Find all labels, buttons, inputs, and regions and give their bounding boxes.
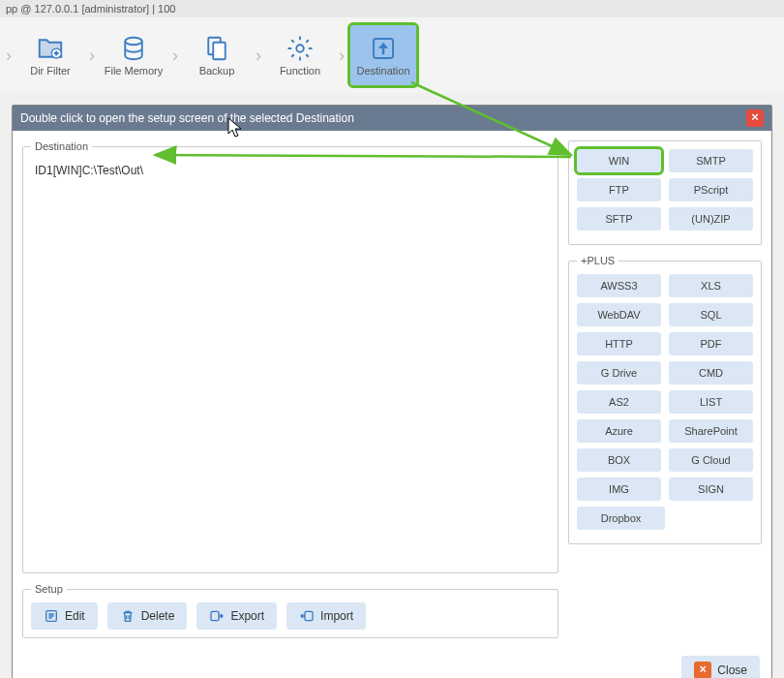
type-button-win[interactable]: WIN <box>577 149 661 172</box>
toolbar-destination[interactable]: Destination <box>350 25 416 85</box>
edit-button[interactable]: Edit <box>31 602 98 630</box>
export-button[interactable]: Export <box>196 602 277 630</box>
delete-button[interactable]: Delete <box>107 602 188 630</box>
edit-icon <box>44 608 59 624</box>
type-button-sign[interactable]: SIGN <box>669 478 753 501</box>
type-button-ftp[interactable]: FTP <box>577 178 661 201</box>
folder-plus-icon <box>36 34 65 63</box>
type-button-img[interactable]: IMG <box>577 478 661 501</box>
type-button-g-cloud[interactable]: G Cloud <box>669 448 753 472</box>
button-label: Import <box>320 609 353 623</box>
toolbar-label: Backup <box>199 65 235 77</box>
type-button-webdav[interactable]: WebDAV <box>577 303 661 326</box>
upload-icon <box>369 34 398 63</box>
type-button-g-drive[interactable]: G Drive <box>577 361 661 385</box>
destination-fieldset: Destination ID1[WIN]C:\Test\Out\ <box>22 140 558 573</box>
type-button-smtp[interactable]: SMTP <box>669 149 753 172</box>
type-button-list[interactable]: LIST <box>669 390 753 414</box>
type-button-xls[interactable]: XLS <box>669 274 753 297</box>
type-button-sharepoint[interactable]: SharePoint <box>669 419 753 443</box>
toolbar-file-memory[interactable]: File Memory <box>101 25 166 85</box>
export-icon <box>209 608 225 624</box>
toolbar-function[interactable]: Function <box>267 25 333 85</box>
types-basic-fieldset: WINSMTPFTPPScriptSFTP(UN)ZIP <box>568 140 762 245</box>
close-icon: × <box>694 662 711 678</box>
button-label: Export <box>230 609 264 623</box>
type-button-sftp[interactable]: SFTP <box>577 207 661 231</box>
type-button-azure[interactable]: Azure <box>577 419 661 443</box>
button-label: Edit <box>65 609 85 623</box>
import-button[interactable]: Import <box>286 602 366 630</box>
type-button-pscript[interactable]: PScript <box>669 178 753 201</box>
type-button-sql[interactable]: SQL <box>669 303 753 326</box>
destination-item[interactable]: ID1[WIN]C:\Test\Out\ <box>35 164 546 177</box>
dialog-title-text: Double click to open the setup screen of… <box>20 111 354 125</box>
chevron-icon: › <box>170 46 180 66</box>
type-button-cmd[interactable]: CMD <box>669 361 753 385</box>
setup-legend: Setup <box>31 583 67 595</box>
button-label: Delete <box>141 609 175 623</box>
window-titlebar: pp @ 127.0.0.1 [administrator] | 100 <box>0 0 784 17</box>
type-button-box[interactable]: BOX <box>577 448 661 472</box>
type-button-pdf[interactable]: PDF <box>669 332 753 355</box>
close-button[interactable]: × Close <box>681 656 760 678</box>
chevron-icon: › <box>337 46 347 66</box>
plus-legend: +PLUS <box>577 255 618 266</box>
destination-legend: Destination <box>31 140 92 152</box>
dialog-close-button[interactable]: × <box>746 109 764 127</box>
destination-dialog: Double click to open the setup screen of… <box>12 105 772 678</box>
types-plus-fieldset: +PLUS AWSS3XLSWebDAVSQLHTTPPDFG DriveCMD… <box>568 255 762 544</box>
type-button-as2[interactable]: AS2 <box>577 390 661 414</box>
toolbar-dir-filter[interactable]: Dir Filter <box>17 25 83 85</box>
toolbar-backup[interactable]: Backup <box>184 25 250 85</box>
files-icon <box>202 34 231 63</box>
toolbar-label: Function <box>280 65 320 77</box>
database-icon <box>119 34 148 63</box>
type-button-dropbox[interactable]: Dropbox <box>577 507 665 530</box>
chevron-icon: › <box>87 46 97 66</box>
svg-point-1 <box>125 38 142 46</box>
type-button-http[interactable]: HTTP <box>577 332 661 355</box>
setup-fieldset: Setup Edit Delete Export <box>22 583 558 638</box>
chevron-icon: › <box>254 46 263 66</box>
type-button--un-zip[interactable]: (UN)ZIP <box>669 207 753 231</box>
toolbar-label: Destination <box>356 65 409 77</box>
dialog-titlebar: Double click to open the setup screen of… <box>13 106 771 131</box>
type-button-awss3[interactable]: AWSS3 <box>577 274 661 297</box>
button-label: Close <box>717 663 747 677</box>
gear-icon <box>286 34 315 63</box>
svg-rect-8 <box>305 611 313 620</box>
toolbar-label: File Memory <box>105 65 164 77</box>
destination-list[interactable]: ID1[WIN]C:\Test\Out\ <box>31 160 550 565</box>
trash-icon <box>120 608 136 624</box>
import-icon <box>299 608 315 624</box>
toolbar-label: Dir Filter <box>30 65 71 77</box>
svg-rect-7 <box>211 611 219 620</box>
chevron-icon: › <box>4 46 14 66</box>
svg-rect-3 <box>213 43 226 60</box>
svg-point-4 <box>296 45 304 52</box>
main-toolbar: › Dir Filter › File Memory › Backup › Fu… <box>0 17 784 93</box>
